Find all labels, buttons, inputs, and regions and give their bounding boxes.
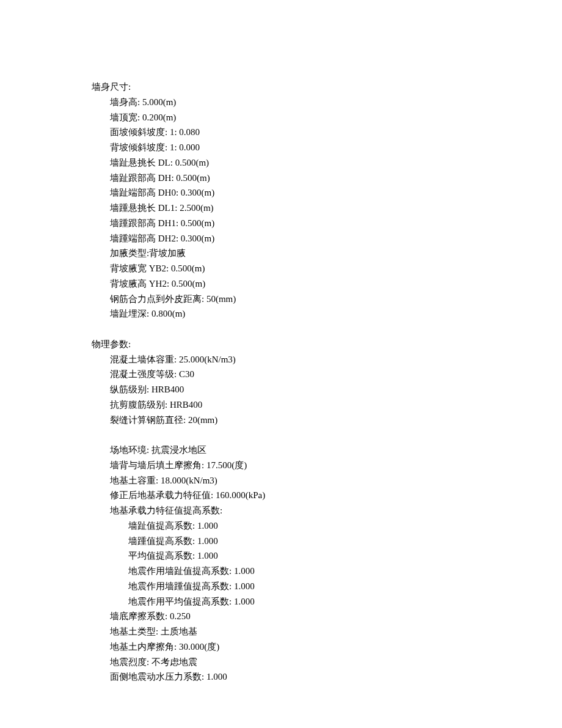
param-line: 墙趾埋深: 0.800(m) [92,306,470,322]
param-line: 背坡倾斜坡度: 1: 0.000 [92,140,470,155]
param-line: 墙顶宽: 0.200(m) [92,110,470,125]
subparam-line: 墙踵值提高系数: 1.000 [92,534,470,549]
param-line: 背坡腋宽 YB2: 0.500(m) [92,261,470,276]
subparam-line: 墙趾值提高系数: 1.000 [92,518,470,534]
param-line: 墙踵跟部高 DH1: 0.500(m) [92,216,470,231]
param-line: 地基土内摩擦角: 30.000(度) [92,639,470,655]
param-line: 墙趾端部高 DH0: 0.300(m) [92,185,470,200]
subparam-line: 地震作用墙趾值提高系数: 1.000 [92,564,470,579]
param-line: 墙底摩擦系数: 0.250 [92,609,470,624]
param-line: 混凝土强度等级: C30 [92,367,470,382]
param-line: 墙踵悬挑长 DL1: 2.500(m) [92,200,470,216]
param-line: 混凝土墙体容重: 25.000(kN/m3) [92,352,470,367]
param-line: 墙背与墙后填土摩擦角: 17.500(度) [92,458,470,473]
param-line: 墙踵端部高 DH2: 0.300(m) [92,231,470,246]
subparam-line: 地震作用墙踵值提高系数: 1.000 [92,579,470,594]
param-line: 面坡倾斜坡度: 1: 0.080 [92,125,470,140]
param-line: 钢筋合力点到外皮距离: 50(mm) [92,292,470,307]
param-line: 地基承载力特征值提高系数: [92,503,470,518]
param-line: 地基土类型: 土质地基 [92,624,470,639]
param-line: 纵筋级别: HRB400 [92,382,470,397]
section-title-physical-params: 物理参数: [92,337,470,352]
param-line: 墙趾跟部高 DH: 0.500(m) [92,171,470,186]
section-title-wall-dimensions: 墙身尺寸: [92,79,470,95]
param-line: 地震烈度: 不考虑地震 [92,655,470,670]
param-line: 修正后地基承载力特征值: 160.000(kPa) [92,488,470,503]
param-line: 面侧地震动水压力系数: 1.000 [92,669,470,685]
param-line: 墙趾悬挑长 DL: 0.500(m) [92,155,470,171]
param-line: 裂缝计算钢筋直径: 20(mm) [92,413,470,428]
param-line: 背坡腋高 YH2: 0.500(m) [92,276,470,292]
param-line: 地基土容重: 18.000(kN/m3) [92,473,470,488]
param-line: 场地环境: 抗震浸水地区 [92,443,470,458]
subparam-line: 平均值提高系数: 1.000 [92,548,470,564]
param-line: 墙身高: 5.000(m) [92,95,470,110]
subparam-line: 地震作用平均值提高系数: 1.000 [92,594,470,609]
param-line: 加腋类型:背坡加腋 [92,246,470,261]
param-line: 抗剪腹筋级别: HRB400 [92,397,470,413]
